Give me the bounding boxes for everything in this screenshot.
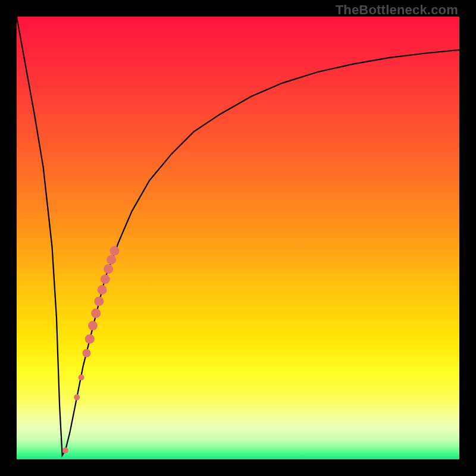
bottleneck-curve — [17, 17, 459, 455]
marker-point — [109, 246, 119, 256]
marker-point — [91, 308, 101, 318]
marker-point — [74, 394, 80, 400]
marker-point — [107, 255, 116, 264]
marker-point — [101, 274, 110, 284]
marker-point — [62, 447, 68, 453]
curve-layer — [17, 17, 459, 459]
chart-frame: TheBottleneck.com — [0, 0, 476, 476]
marker-point — [85, 334, 95, 344]
plot-area — [17, 17, 459, 459]
marker-point — [88, 321, 98, 330]
marker-point — [79, 374, 84, 380]
marker-point — [83, 349, 91, 357]
marker-point — [104, 264, 113, 274]
watermark-text: TheBottleneck.com — [336, 2, 458, 18]
marker-point — [94, 296, 104, 306]
curve-markers — [62, 246, 120, 454]
marker-point — [98, 285, 107, 295]
